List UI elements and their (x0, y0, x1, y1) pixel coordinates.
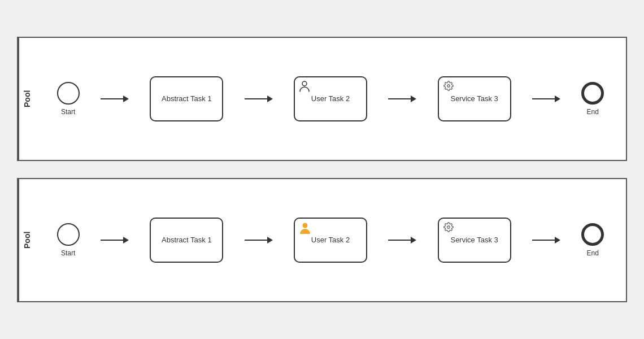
arrow-1-1 (101, 95, 129, 102)
service-task-3-container: Service Task 3 (438, 76, 511, 121)
start-event-container-2: Start (57, 223, 80, 257)
abstract-task-1-container: Abstract Task 1 (150, 76, 223, 121)
flow-area-2: Start Abstract Task 1 (35, 179, 626, 301)
abstract-task-1[interactable]: Abstract Task 1 (150, 76, 223, 121)
service-task-3b[interactable]: Service Task 3 (438, 218, 511, 263)
arrow-head-3-1 (411, 95, 416, 102)
arrow-line-3-1 (388, 98, 411, 99)
gear-icon-2 (443, 222, 454, 234)
service-task-3b-label: Service Task 3 (450, 236, 498, 245)
svg-point-0 (302, 81, 307, 86)
start-label-2: Start (61, 249, 75, 257)
arrow-1-2 (101, 237, 129, 244)
user-task-2b[interactable]: User Task 2 (294, 218, 367, 263)
arrow-line-1-1 (101, 98, 123, 99)
arrow-head-1-1 (123, 95, 129, 102)
arrow-line-2-2 (245, 240, 267, 241)
user-outline-icon (299, 81, 310, 94)
end-event-2 (581, 223, 604, 246)
start-event-1 (57, 82, 80, 105)
arrow-3-1 (388, 95, 416, 102)
user-task-2b-label: User Task 2 (311, 236, 350, 245)
svg-point-1 (302, 223, 307, 228)
user-task-2b-container: User Task 2 (294, 218, 367, 263)
start-label-1: Start (61, 108, 75, 116)
arrow-line-3-2 (388, 240, 411, 241)
abstract-task-2-container: Abstract Task 1 (150, 218, 223, 263)
arrow-3-2 (388, 237, 416, 244)
end-label-2: End (587, 249, 599, 257)
arrow-line-4-1 (532, 98, 555, 99)
abstract-task-2-label: Abstract Task 1 (162, 236, 212, 245)
abstract-task-1-label: Abstract Task 1 (162, 94, 212, 104)
gear-icon-1 (443, 81, 454, 93)
pool-label-1: Pool (18, 38, 35, 160)
user-task-2-label: User Task 2 (311, 94, 350, 104)
service-task-3b-container: Service Task 3 (438, 218, 511, 263)
start-event-2 (57, 223, 80, 246)
end-event-container-2: End (581, 223, 604, 257)
user-task-2-container: User Task 2 (294, 76, 367, 121)
user-task-2[interactable]: User Task 2 (294, 76, 367, 121)
arrow-2-2 (245, 237, 273, 244)
end-event-1 (581, 82, 604, 105)
diagram-1: Pool Start Abstract Task 1 (17, 37, 627, 161)
arrow-4-2 (532, 237, 560, 244)
abstract-task-2[interactable]: Abstract Task 1 (150, 218, 223, 263)
service-task-3[interactable]: Service Task 3 (438, 76, 511, 121)
arrow-head-4-2 (555, 237, 560, 244)
arrow-head-2-1 (267, 95, 273, 102)
end-label-1: End (587, 108, 599, 116)
arrow-line-2-1 (245, 98, 267, 99)
service-task-3-label: Service Task 3 (450, 94, 498, 104)
arrow-head-2-2 (267, 237, 273, 244)
arrow-head-4-1 (555, 95, 560, 102)
start-event-container-1: Start (57, 82, 80, 116)
diagram-2: Pool Start Abstract Task 1 (17, 178, 627, 302)
user-filled-icon (299, 222, 311, 237)
arrow-head-3-2 (411, 237, 416, 244)
arrow-4-1 (532, 95, 560, 102)
flow-area-1: Start Abstract Task 1 (35, 38, 626, 160)
pool-label-2: Pool (18, 179, 35, 301)
arrow-2-1 (245, 95, 273, 102)
arrow-line-4-2 (532, 240, 555, 241)
end-event-container-1: End (581, 82, 604, 116)
arrow-head-1-2 (123, 237, 129, 244)
arrow-line-1-2 (101, 240, 123, 241)
